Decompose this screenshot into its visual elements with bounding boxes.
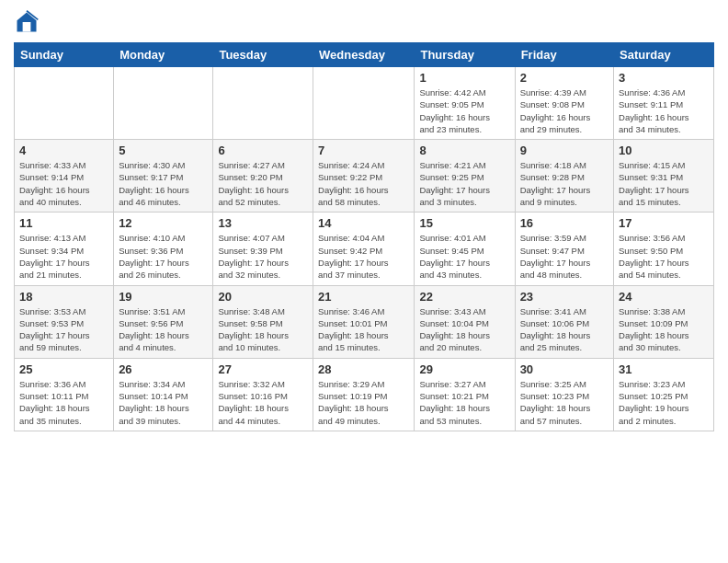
day-number: 11 [19, 216, 108, 230]
day-info: Sunrise: 4:07 AM Sunset: 9:39 PM Dayligh… [218, 232, 308, 281]
calendar-header: SundayMondayTuesdayWednesdayThursdayFrid… [15, 43, 714, 67]
day-number: 10 [619, 144, 709, 157]
day-number: 20 [218, 290, 308, 304]
day-number: 7 [318, 144, 409, 157]
day-number: 16 [520, 216, 609, 230]
day-cell [114, 67, 213, 140]
logo-icon [14, 9, 40, 35]
logo [14, 9, 43, 35]
day-info: Sunrise: 3:38 AM Sunset: 10:09 PM Daylig… [619, 305, 709, 354]
header [14, 9, 714, 35]
day-info: Sunrise: 3:46 AM Sunset: 10:01 PM Daylig… [318, 305, 409, 354]
day-info: Sunrise: 4:27 AM Sunset: 9:20 PM Dayligh… [218, 159, 308, 208]
svg-rect-2 [23, 22, 31, 32]
day-cell: 28Sunrise: 3:29 AM Sunset: 10:19 PM Dayl… [313, 358, 415, 431]
header-cell-monday: Monday [114, 43, 213, 67]
day-cell: 9Sunrise: 4:18 AM Sunset: 9:28 PM Daylig… [515, 140, 613, 213]
day-number: 29 [419, 362, 509, 376]
day-number: 14 [318, 216, 409, 230]
day-info: Sunrise: 4:10 AM Sunset: 9:36 PM Dayligh… [119, 232, 208, 281]
day-info: Sunrise: 4:33 AM Sunset: 9:14 PM Dayligh… [19, 159, 108, 208]
day-number: 13 [218, 216, 308, 230]
day-info: Sunrise: 3:23 AM Sunset: 10:25 PM Daylig… [619, 378, 709, 427]
day-cell: 16Sunrise: 3:59 AM Sunset: 9:47 PM Dayli… [515, 213, 613, 285]
page: SundayMondayTuesdayWednesdayThursdayFrid… [0, 0, 728, 563]
day-cell: 23Sunrise: 3:41 AM Sunset: 10:06 PM Dayl… [515, 285, 613, 358]
day-number: 24 [619, 290, 709, 304]
day-info: Sunrise: 3:25 AM Sunset: 10:23 PM Daylig… [520, 378, 609, 427]
day-cell [213, 67, 313, 140]
day-number: 21 [318, 290, 409, 304]
day-cell: 11Sunrise: 4:13 AM Sunset: 9:34 PM Dayli… [15, 213, 114, 285]
day-info: Sunrise: 4:21 AM Sunset: 9:25 PM Dayligh… [419, 159, 509, 208]
day-number: 31 [619, 362, 709, 376]
day-cell: 4Sunrise: 4:33 AM Sunset: 9:14 PM Daylig… [15, 140, 114, 213]
day-number: 8 [419, 144, 509, 157]
header-cell-saturday: Saturday [614, 43, 714, 67]
day-number: 1 [419, 71, 509, 85]
day-cell: 5Sunrise: 4:30 AM Sunset: 9:17 PM Daylig… [114, 140, 213, 213]
day-cell: 24Sunrise: 3:38 AM Sunset: 10:09 PM Dayl… [614, 285, 714, 358]
day-cell [15, 67, 114, 140]
day-cell: 8Sunrise: 4:21 AM Sunset: 9:25 PM Daylig… [415, 140, 515, 213]
day-cell: 12Sunrise: 4:10 AM Sunset: 9:36 PM Dayli… [114, 213, 213, 285]
day-number: 28 [318, 362, 409, 376]
day-number: 6 [218, 144, 308, 157]
day-info: Sunrise: 4:13 AM Sunset: 9:34 PM Dayligh… [19, 232, 108, 281]
day-info: Sunrise: 3:29 AM Sunset: 10:19 PM Daylig… [318, 378, 409, 427]
calendar-body: 1Sunrise: 4:42 AM Sunset: 9:05 PM Daylig… [15, 67, 714, 431]
header-row: SundayMondayTuesdayWednesdayThursdayFrid… [15, 43, 714, 67]
day-number: 12 [119, 216, 208, 230]
day-cell: 21Sunrise: 3:46 AM Sunset: 10:01 PM Dayl… [313, 285, 415, 358]
header-cell-friday: Friday [515, 43, 613, 67]
day-info: Sunrise: 4:24 AM Sunset: 9:22 PM Dayligh… [318, 159, 409, 208]
day-cell: 14Sunrise: 4:04 AM Sunset: 9:42 PM Dayli… [313, 213, 415, 285]
day-number: 15 [419, 216, 509, 230]
header-cell-sunday: Sunday [15, 43, 114, 67]
day-number: 17 [619, 216, 709, 230]
day-info: Sunrise: 4:15 AM Sunset: 9:31 PM Dayligh… [619, 159, 709, 208]
header-cell-wednesday: Wednesday [313, 43, 415, 67]
day-info: Sunrise: 3:53 AM Sunset: 9:53 PM Dayligh… [19, 305, 108, 354]
week-row-1: 4Sunrise: 4:33 AM Sunset: 9:14 PM Daylig… [15, 140, 714, 213]
day-cell: 6Sunrise: 4:27 AM Sunset: 9:20 PM Daylig… [213, 140, 313, 213]
week-row-4: 25Sunrise: 3:36 AM Sunset: 10:11 PM Dayl… [15, 358, 714, 431]
day-cell: 19Sunrise: 3:51 AM Sunset: 9:56 PM Dayli… [114, 285, 213, 358]
day-info: Sunrise: 3:34 AM Sunset: 10:14 PM Daylig… [119, 378, 208, 427]
day-info: Sunrise: 4:39 AM Sunset: 9:08 PM Dayligh… [520, 86, 609, 135]
day-cell: 29Sunrise: 3:27 AM Sunset: 10:21 PM Dayl… [415, 358, 515, 431]
day-info: Sunrise: 3:59 AM Sunset: 9:47 PM Dayligh… [520, 232, 609, 281]
day-number: 22 [419, 290, 509, 304]
day-cell: 10Sunrise: 4:15 AM Sunset: 9:31 PM Dayli… [614, 140, 714, 213]
day-info: Sunrise: 3:43 AM Sunset: 10:04 PM Daylig… [419, 305, 509, 354]
day-cell: 22Sunrise: 3:43 AM Sunset: 10:04 PM Dayl… [415, 285, 515, 358]
day-number: 30 [520, 362, 609, 376]
day-number: 3 [619, 71, 709, 85]
day-cell: 20Sunrise: 3:48 AM Sunset: 9:58 PM Dayli… [213, 285, 313, 358]
calendar-table: SundayMondayTuesdayWednesdayThursdayFrid… [14, 42, 714, 431]
day-cell: 27Sunrise: 3:32 AM Sunset: 10:16 PM Dayl… [213, 358, 313, 431]
day-cell [313, 67, 415, 140]
day-info: Sunrise: 4:18 AM Sunset: 9:28 PM Dayligh… [520, 159, 609, 208]
day-info: Sunrise: 3:32 AM Sunset: 10:16 PM Daylig… [218, 378, 308, 427]
header-cell-tuesday: Tuesday [213, 43, 313, 67]
day-info: Sunrise: 3:27 AM Sunset: 10:21 PM Daylig… [419, 378, 509, 427]
day-number: 5 [119, 144, 208, 157]
week-row-2: 11Sunrise: 4:13 AM Sunset: 9:34 PM Dayli… [15, 213, 714, 285]
day-number: 4 [19, 144, 108, 157]
day-info: Sunrise: 4:42 AM Sunset: 9:05 PM Dayligh… [419, 86, 509, 135]
day-cell: 2Sunrise: 4:39 AM Sunset: 9:08 PM Daylig… [515, 67, 613, 140]
header-cell-thursday: Thursday [415, 43, 515, 67]
day-number: 27 [218, 362, 308, 376]
day-cell: 26Sunrise: 3:34 AM Sunset: 10:14 PM Dayl… [114, 358, 213, 431]
week-row-0: 1Sunrise: 4:42 AM Sunset: 9:05 PM Daylig… [15, 67, 714, 140]
day-info: Sunrise: 3:48 AM Sunset: 9:58 PM Dayligh… [218, 305, 308, 354]
day-number: 25 [19, 362, 108, 376]
day-info: Sunrise: 3:41 AM Sunset: 10:06 PM Daylig… [520, 305, 609, 354]
day-info: Sunrise: 3:56 AM Sunset: 9:50 PM Dayligh… [619, 232, 709, 281]
day-cell: 30Sunrise: 3:25 AM Sunset: 10:23 PM Dayl… [515, 358, 613, 431]
day-info: Sunrise: 4:36 AM Sunset: 9:11 PM Dayligh… [619, 86, 709, 135]
day-cell: 3Sunrise: 4:36 AM Sunset: 9:11 PM Daylig… [614, 67, 714, 140]
day-number: 2 [520, 71, 609, 85]
day-number: 9 [520, 144, 609, 157]
